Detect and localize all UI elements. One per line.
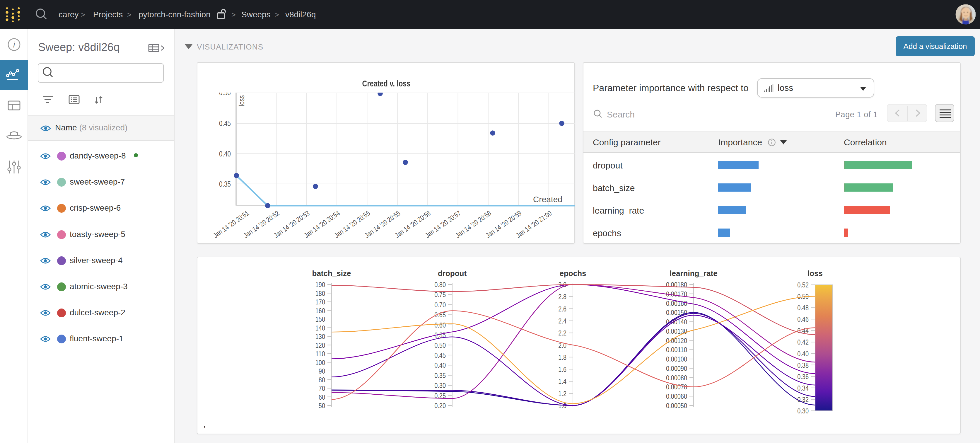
svg-text:0.40: 0.40 — [434, 361, 446, 369]
svg-text:0.75: 0.75 — [434, 291, 446, 298]
svg-text:0.00050: 0.00050 — [666, 402, 687, 410]
svg-text:90: 90 — [319, 367, 325, 375]
svg-text:dropout: dropout — [438, 269, 467, 278]
svg-text:0.00110: 0.00110 — [666, 346, 687, 354]
svg-text:0.35: 0.35 — [434, 371, 446, 379]
svg-text:150: 150 — [315, 315, 325, 323]
svg-text:0.70: 0.70 — [434, 301, 446, 309]
svg-text:epochs: epochs — [559, 269, 586, 278]
svg-text:1.4: 1.4 — [558, 378, 566, 385]
svg-text:0.35: 0.35 — [219, 180, 231, 188]
svg-text:1.2: 1.2 — [558, 390, 566, 398]
svg-text:0.00080: 0.00080 — [666, 374, 687, 382]
svg-text:i: i — [13, 40, 15, 49]
svg-text:0.42: 0.42 — [797, 338, 809, 346]
svg-text:0.60: 0.60 — [434, 321, 446, 329]
svg-text:0.50: 0.50 — [434, 341, 446, 349]
svg-text:60: 60 — [319, 393, 325, 401]
svg-text:1.8: 1.8 — [558, 353, 566, 361]
svg-text:0.00120: 0.00120 — [666, 337, 687, 344]
svg-text:0.40: 0.40 — [219, 150, 231, 158]
svg-text:batch_size: batch_size — [312, 269, 351, 278]
svg-text:0.38: 0.38 — [797, 361, 809, 369]
svg-text:0.00100: 0.00100 — [666, 355, 687, 363]
svg-text:160: 160 — [315, 307, 325, 315]
svg-text:0.46: 0.46 — [797, 315, 809, 323]
svg-text:0.00090: 0.00090 — [666, 365, 687, 372]
svg-text:2.8: 2.8 — [558, 293, 566, 301]
svg-text:2.4: 2.4 — [558, 317, 566, 325]
svg-text:170: 170 — [315, 298, 325, 306]
svg-text:50: 50 — [319, 402, 325, 410]
svg-text:0.30: 0.30 — [434, 381, 446, 389]
svg-text:140: 140 — [315, 324, 325, 332]
svg-text:190: 190 — [315, 281, 325, 288]
svg-text:learning_rate: learning_rate — [670, 269, 717, 278]
svg-text:0.50: 0.50 — [219, 92, 231, 97]
svg-text:0.45: 0.45 — [434, 351, 446, 359]
svg-text:80: 80 — [319, 376, 325, 384]
svg-text:70: 70 — [319, 384, 325, 392]
svg-text:0.48: 0.48 — [797, 304, 809, 312]
svg-text:2.2: 2.2 — [558, 329, 566, 337]
svg-text:180: 180 — [315, 290, 325, 297]
svg-text:0.30: 0.30 — [797, 407, 809, 415]
svg-text:loss: loss — [808, 269, 823, 278]
svg-text:110: 110 — [315, 350, 325, 358]
svg-text:0.00160: 0.00160 — [666, 300, 687, 308]
svg-text:0.80: 0.80 — [434, 281, 446, 288]
svg-text:0.36: 0.36 — [797, 373, 809, 381]
svg-text:0.00060: 0.00060 — [666, 392, 687, 400]
svg-text:0.00070: 0.00070 — [666, 383, 687, 391]
svg-text:0.45: 0.45 — [219, 119, 231, 127]
svg-text:0.52: 0.52 — [797, 281, 809, 289]
svg-text:100: 100 — [315, 359, 325, 367]
svg-text:Created: Created — [533, 195, 562, 204]
svg-text:1.6: 1.6 — [558, 365, 566, 373]
svg-text:0.34: 0.34 — [797, 384, 809, 392]
svg-text:2.6: 2.6 — [558, 305, 566, 313]
svg-text:0.40: 0.40 — [797, 350, 809, 358]
svg-text:130: 130 — [315, 333, 325, 341]
svg-text:0.00130: 0.00130 — [666, 327, 687, 335]
svg-text:120: 120 — [315, 341, 325, 349]
svg-text:loss: loss — [237, 95, 246, 106]
svg-text:0.20: 0.20 — [434, 402, 446, 410]
